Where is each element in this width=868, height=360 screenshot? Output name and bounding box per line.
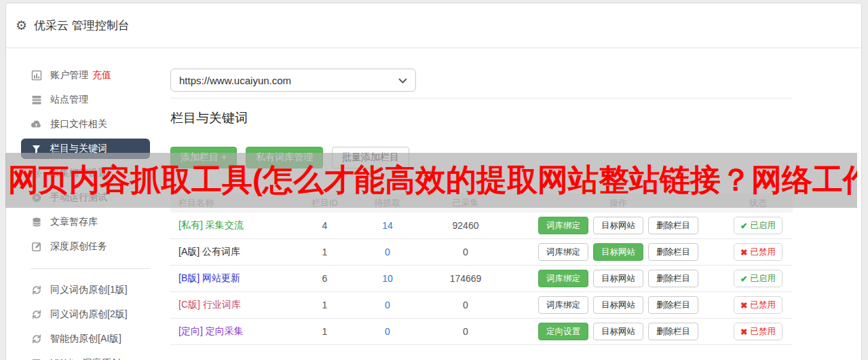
collected-count-cell: 174669 <box>418 273 513 284</box>
status-toggle-button[interactable]: ✖ 已禁用 <box>734 243 782 261</box>
table-row: [B版] 网站更新 6 10 174669 词库绑定目标网站删除栏目 ✔ 已启用 <box>170 266 793 292</box>
cross-icon: ✖ <box>740 327 747 337</box>
table-row: [C版] 行业词库 1 0 0 词库绑定目标网站删除栏目 ✖ 已禁用 <box>170 292 793 319</box>
row-actions: 词库绑定目标网站删除栏目 <box>513 296 723 314</box>
sidebar-item-12[interactable]: UWriter深度原创 <box>6 351 170 360</box>
action-button[interactable]: 词库绑定 <box>538 217 588 234</box>
column-name-link[interactable]: [C版] 行业词库 <box>178 299 241 310</box>
database-icon <box>31 217 42 228</box>
action-button[interactable]: 目标网站 <box>593 323 643 340</box>
action-button[interactable]: 目标网站 <box>593 270 643 287</box>
table-row: [私有] 采集交流 4 14 92460 词库绑定目标网站删除栏目 ✔ 已启用 <box>170 213 793 239</box>
column-id-cell: 1 <box>293 300 357 310</box>
column-id-cell: 1 <box>293 326 357 337</box>
action-button[interactable]: 词库绑定 <box>538 243 588 261</box>
action-button[interactable]: 目标网站 <box>593 243 643 261</box>
action-button[interactable]: 目标网站 <box>593 217 643 234</box>
overlay-banner: 网页内容抓取工具(怎么才能高效的提取网站整站链接？网络工作 <box>5 153 857 208</box>
bar-chart-icon <box>31 70 42 82</box>
app-header: ⚙ 优采云 管理控制台 <box>6 3 861 48</box>
column-name-link[interactable]: [B版] 网站更新 <box>178 272 240 283</box>
check-icon: ✔ <box>740 274 747 284</box>
edit-icon <box>31 241 42 253</box>
collected-count-cell: 0 <box>418 326 513 337</box>
row-actions: 词库绑定目标网站删除栏目 <box>513 217 723 234</box>
sidebar-item-6[interactable]: 文章暂存库 <box>6 210 170 234</box>
table-row: [定向] 定向采集 1 0 0 定向设置目标网站删除栏目 ✖ 已禁用 <box>170 319 793 345</box>
action-button[interactable]: 删除栏目 <box>648 270 698 287</box>
pending-count-link[interactable]: 0 <box>385 326 390 337</box>
action-button[interactable]: 删除栏目 <box>648 323 698 340</box>
overlay-banner-text: 网页内容抓取工具(怎么才能高效的提取网站整站链接？网络工作 <box>8 162 857 198</box>
refresh-icon <box>31 309 42 321</box>
action-button[interactable]: 删除栏目 <box>648 243 698 261</box>
status-toggle-button[interactable]: ✖ 已禁用 <box>734 323 782 340</box>
status-toggle-button[interactable]: ✔ 已启用 <box>734 217 782 234</box>
row-actions: 词库绑定目标网站删除栏目 <box>513 243 723 261</box>
cloud-upload-icon <box>31 119 42 130</box>
action-button[interactable]: 删除栏目 <box>648 296 698 314</box>
collected-count-cell: 0 <box>418 247 513 257</box>
column-id-cell: 6 <box>293 273 357 284</box>
action-button[interactable]: 删除栏目 <box>648 217 698 234</box>
row-actions: 定向设置目标网站删除栏目 <box>513 323 723 340</box>
sidebar-item-11[interactable]: 智能伪原创[AI版] <box>6 327 170 351</box>
status-toggle-button[interactable]: ✖ 已禁用 <box>734 296 782 314</box>
action-button[interactable]: 词库绑定 <box>538 296 588 314</box>
collected-count-cell: 92460 <box>418 220 513 231</box>
divider <box>170 98 793 98</box>
refresh-icon <box>31 285 42 296</box>
column-id-cell: 1 <box>293 247 357 257</box>
pending-count-link[interactable]: 14 <box>382 220 393 231</box>
sidebar-divider <box>31 268 150 269</box>
collected-count-cell: 0 <box>418 300 513 310</box>
pending-count-link[interactable]: 0 <box>385 300 390 310</box>
column-name-link[interactable]: [私有] 采集交流 <box>178 219 244 230</box>
action-button[interactable]: 定向设置 <box>538 323 588 340</box>
check-icon: ✔ <box>740 221 747 231</box>
sidebar-item-0[interactable]: 账户管理 充值 <box>6 63 170 88</box>
columns-table: 栏目名称栏目ID待抓取已采集操作状态 [私有] 采集交流 4 14 92460 … <box>170 194 793 345</box>
edit-icon <box>31 358 42 360</box>
refresh-icon <box>31 334 42 345</box>
pending-count-link[interactable]: 10 <box>382 273 393 284</box>
site-select-dropdown[interactable]: https://www.ucaiyun.com <box>170 69 416 92</box>
sidebar-item-1[interactable]: 站点管理 <box>6 88 170 112</box>
recharge-link[interactable]: 充值 <box>92 69 111 82</box>
action-button[interactable]: 目标网站 <box>593 296 643 314</box>
row-actions: 词库绑定目标网站删除栏目 <box>513 270 723 287</box>
column-name-link[interactable]: [定向] 定向采集 <box>178 325 244 336</box>
column-name-link[interactable]: [A版] 公有词库 <box>178 246 240 257</box>
column-id-cell: 4 <box>293 220 357 231</box>
sidebar-item-9[interactable]: 同义词伪原创[1版] <box>6 278 170 302</box>
table-row: [A版] 公有词库 1 0 0 词库绑定目标网站删除栏目 ✖ 已禁用 <box>170 239 793 266</box>
gear-icon: ⚙ <box>16 19 27 32</box>
cross-icon: ✖ <box>740 300 747 310</box>
sidebar-item-2[interactable]: 接口文件相关 <box>6 112 170 137</box>
sidebar-item-7[interactable]: 深度原创任务 <box>6 234 170 259</box>
cross-icon: ✖ <box>740 247 747 257</box>
page-title: 栏目与关键词 <box>170 109 793 127</box>
action-button[interactable]: 词库绑定 <box>538 270 588 287</box>
site-list-icon <box>31 94 42 106</box>
status-toggle-button[interactable]: ✔ 已启用 <box>734 270 782 287</box>
chevron-down-icon <box>398 75 407 86</box>
app-title: 优采云 管理控制台 <box>34 18 130 33</box>
pending-count-link[interactable]: 0 <box>385 247 390 257</box>
sidebar-item-10[interactable]: 同义词伪原创[2版] <box>6 302 170 327</box>
site-select-value: https://www.ucaiyun.com <box>179 75 291 86</box>
